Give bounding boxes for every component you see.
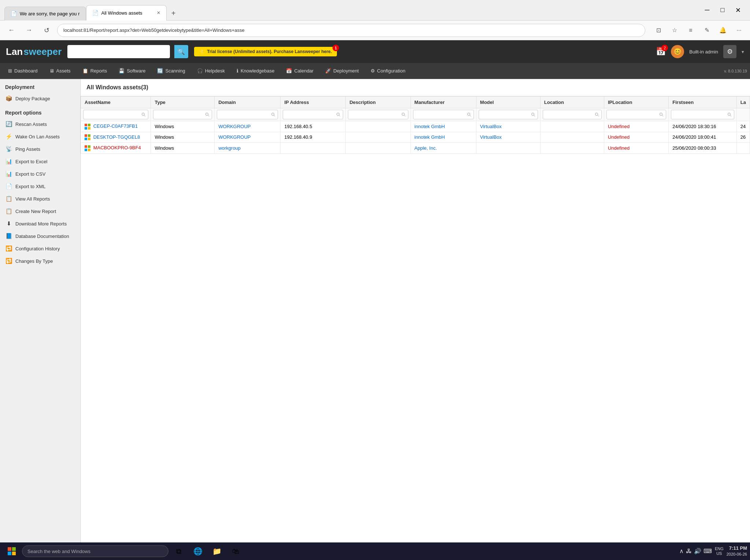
- filter-ip[interactable]: [283, 110, 343, 119]
- back-button[interactable]: ←: [4, 23, 18, 37]
- close-window-button[interactable]: ✕: [730, 3, 746, 18]
- filter-location[interactable]: [543, 110, 602, 119]
- manufacturer-link-2[interactable]: Apple, Inc.: [415, 145, 437, 151]
- sidebar-download-more-reports[interactable]: ⬇ Download More Reports: [0, 217, 80, 230]
- table-row: MACBOOKPRO-9BF4 Windows workgroup Apple,…: [81, 143, 750, 154]
- close-tab-button[interactable]: ✕: [157, 10, 160, 15]
- nav-helpdesk[interactable]: 🎧 Helpdesk: [192, 66, 230, 76]
- global-search-input[interactable]: [67, 45, 170, 58]
- sidebar-database-documentation[interactable]: 📘 Database Documentation: [0, 230, 80, 242]
- col-domain[interactable]: Domain: [215, 97, 281, 108]
- url-bar[interactable]: localhost:81/Report/report.aspx?det=Web5…: [57, 24, 645, 37]
- col-ip[interactable]: IP Address: [281, 97, 346, 108]
- maximize-button[interactable]: □: [715, 3, 730, 18]
- col-manufacturer[interactable]: Manufacturer: [411, 97, 476, 108]
- clock[interactable]: 7:11 PM 2020-06-26: [727, 545, 747, 557]
- manufacturer-link-1[interactable]: innotek GmbH: [415, 134, 445, 140]
- model-link-0[interactable]: VirtualBox: [480, 124, 502, 129]
- settings-icon[interactable]: ≡: [684, 24, 697, 37]
- sidebar-rescan-assets[interactable]: 🔄 Rescan Assets: [0, 118, 80, 130]
- col-model[interactable]: Model: [476, 97, 540, 108]
- sidebar-export-excel[interactable]: 📊 Export to Excel: [0, 155, 80, 168]
- sidebar-deploy-package[interactable]: 📦 Deploy Package: [0, 92, 80, 105]
- more-icon[interactable]: ···: [732, 24, 746, 37]
- nav-reports[interactable]: 📋 Reports: [77, 66, 112, 76]
- browser-menu-icon[interactable]: ✎: [700, 24, 713, 37]
- filter-manufacturer[interactable]: [413, 110, 474, 119]
- scanning-icon: 🔄: [157, 68, 163, 74]
- tray-network-icon[interactable]: 🖧: [686, 548, 692, 555]
- taskbar-file-explorer[interactable]: 📁: [208, 542, 226, 560]
- header-dropdown-arrow[interactable]: ▾: [742, 49, 744, 55]
- nav-deployment[interactable]: 🚀 Deployment: [320, 66, 364, 76]
- favorites-icon[interactable]: ☆: [668, 24, 681, 37]
- domain-link-2[interactable]: workgroup: [218, 145, 241, 151]
- nav-assets[interactable]: 🖥 Assets: [44, 66, 76, 76]
- taskbar-search[interactable]: Search the web and Windows: [22, 545, 168, 557]
- cell-model-0: VirtualBox: [476, 121, 540, 132]
- user-avatar[interactable]: 😊: [671, 45, 684, 58]
- filter-firstseen[interactable]: [671, 110, 734, 119]
- sidebar-view-all-reports[interactable]: 📋 View All Reports: [0, 193, 80, 205]
- version-label: v. 8.0.130.19: [724, 69, 747, 73]
- settings-gear-button[interactable]: ⚙: [723, 45, 736, 58]
- active-tab-title: All Windows assets: [101, 10, 154, 16]
- nav-calendar[interactable]: 📅 Calendar: [281, 66, 319, 76]
- download-more-reports-label: Download More Reports: [15, 221, 67, 227]
- tray-keyboard-icon[interactable]: ⌨: [703, 548, 712, 555]
- col-description[interactable]: Description: [346, 97, 411, 108]
- col-type[interactable]: Type: [151, 97, 215, 108]
- model-link-1[interactable]: VirtualBox: [480, 134, 502, 140]
- trial-notice[interactable]: ⭐ Trial license (Unlimited assets). Purc…: [194, 47, 337, 56]
- tray-up-arrow[interactable]: ∧: [679, 548, 684, 555]
- cell-la-2: [736, 143, 750, 154]
- refresh-button[interactable]: ↺: [40, 23, 53, 37]
- taskbar-edge-browser[interactable]: 🌐: [189, 542, 207, 560]
- manufacturer-link-0[interactable]: innotek GmbH: [415, 124, 445, 129]
- global-search-button[interactable]: 🔍: [174, 45, 188, 58]
- minimize-button[interactable]: ─: [699, 3, 715, 18]
- filter-description[interactable]: [348, 110, 408, 119]
- taskbar-task-view[interactable]: ⧉: [170, 542, 188, 560]
- nav-software[interactable]: 💾 Software: [114, 66, 151, 76]
- split-view-icon[interactable]: ⊡: [652, 24, 665, 37]
- language-badge[interactable]: ENG US: [715, 546, 724, 556]
- nav-dashboard[interactable]: ⊞ Dashboard: [3, 66, 43, 76]
- taskbar-store[interactable]: 🛍: [227, 542, 245, 560]
- asset-name-link-1[interactable]: DESKTOP-TGQGEL8: [93, 134, 140, 140]
- col-firstseen[interactable]: Firstseen: [669, 97, 736, 108]
- sidebar-export-csv[interactable]: 📊 Export to CSV: [0, 168, 80, 180]
- nav-knowledgebase[interactable]: ℹ Knowledgebase: [231, 66, 280, 76]
- asset-name-link-2[interactable]: MACBOOKPRO-9BF4: [93, 145, 141, 150]
- filter-model[interactable]: [479, 110, 538, 119]
- sidebar-wake-on-lan[interactable]: ⚡ Wake On Lan Assets: [0, 130, 80, 143]
- filter-type[interactable]: [153, 110, 212, 119]
- notifications-icon[interactable]: 🔔: [716, 24, 729, 37]
- new-tab-button[interactable]: +: [167, 7, 181, 20]
- col-la[interactable]: La: [736, 97, 750, 108]
- nav-scanning[interactable]: 🔄 Scanning: [152, 66, 190, 76]
- filter-ip-location[interactable]: [606, 110, 666, 119]
- domain-link-1[interactable]: WORKGROUP: [218, 134, 250, 140]
- cell-model-2: [476, 143, 540, 154]
- col-asset-name[interactable]: AssetName: [81, 97, 151, 108]
- col-location[interactable]: Location: [540, 97, 604, 108]
- nav-configuration[interactable]: ⚙ Configuration: [365, 66, 411, 76]
- domain-link-0[interactable]: WORKGROUP: [218, 124, 250, 129]
- filter-domain[interactable]: [217, 110, 278, 119]
- sidebar-configuration-history[interactable]: 🔁 Configuration History: [0, 242, 80, 255]
- sidebar-create-new-report[interactable]: 📋 Create New Report: [0, 205, 80, 217]
- start-button[interactable]: [3, 542, 21, 560]
- tray-volume-icon[interactable]: 🔊: [694, 548, 701, 555]
- filter-asset-name[interactable]: [83, 110, 148, 119]
- col-ip-location[interactable]: IPLocation: [604, 97, 668, 108]
- active-tab[interactable]: 📄 All Windows assets ✕: [86, 5, 167, 20]
- sidebar-ping-assets[interactable]: 📡 Ping Assets: [0, 143, 80, 155]
- sidebar-export-xml[interactable]: 📄 Export to XML: [0, 180, 80, 193]
- inactive-tab[interactable]: 📄 We are sorry, the page you r: [4, 7, 86, 20]
- lansweeper-logo: Lansweeper: [6, 46, 62, 57]
- asset-name-link-0[interactable]: CEGEP-C0AF73FB1: [93, 123, 138, 129]
- calendar-icon[interactable]: 📅 2: [656, 47, 666, 56]
- sidebar-changes-by-type[interactable]: 🔁 Changes By Type: [0, 255, 80, 267]
- forward-button[interactable]: →: [22, 23, 36, 37]
